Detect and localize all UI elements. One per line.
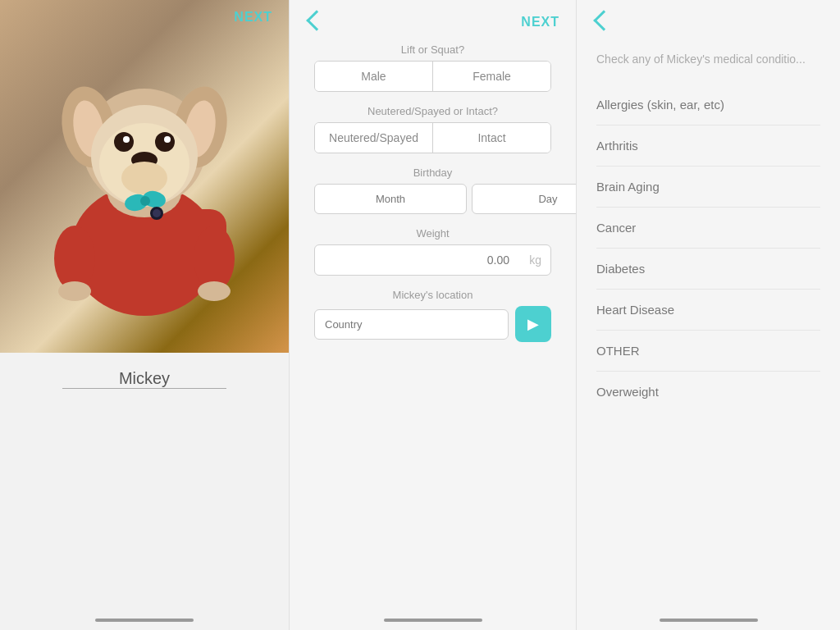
pet-name-input[interactable] <box>62 369 226 389</box>
gender-section: Lift or Squat? Male Female <box>314 43 551 92</box>
neutered-button[interactable]: Neutered/Spayed <box>315 123 433 153</box>
weight-label: Weight <box>314 227 551 240</box>
location-section: Mickey's location ▶ <box>314 289 551 342</box>
svg-point-24 <box>153 209 161 217</box>
chevron-left-icon-2 <box>593 10 614 30</box>
condition-item[interactable]: OTHER <box>596 331 820 372</box>
location-group: ▶ <box>314 306 551 342</box>
male-button[interactable]: Male <box>315 62 433 91</box>
panel2-header: NEXT <box>290 0 576 43</box>
weight-input[interactable] <box>314 244 551 276</box>
svg-point-16 <box>123 136 130 143</box>
panel-medical-conditions: Check any of Mickey's medical conditio..… <box>576 0 840 630</box>
condition-list: Allergies (skin, ear, etc)ArthritisBrain… <box>577 84 840 412</box>
navigation-arrow-icon: ▶ <box>527 315 539 333</box>
pet-name-section <box>0 353 289 389</box>
condition-item[interactable]: Allergies (skin, ear, etc) <box>596 84 820 126</box>
weight-section: Weight kg <box>314 227 551 276</box>
female-button[interactable]: Female <box>433 62 550 91</box>
location-button[interactable]: ▶ <box>515 306 551 342</box>
form-content: Lift or Squat? Male Female Neutered/Spay… <box>290 43 576 342</box>
location-label: Mickey's location <box>314 289 551 301</box>
svg-point-4 <box>58 281 91 301</box>
panel-pet-profile: NEXT <box>0 0 289 630</box>
home-indicator-3 <box>660 619 758 622</box>
chevron-left-icon <box>306 10 326 30</box>
dog-illustration <box>30 21 259 332</box>
panel1-header: NEXT <box>0 0 289 34</box>
gender-toggle-group: Male Female <box>314 61 551 92</box>
condition-item[interactable]: Brain Aging <box>596 167 820 208</box>
month-input[interactable] <box>314 184 467 214</box>
condition-item[interactable]: Arthritis <box>596 126 820 167</box>
home-indicator-2 <box>384 619 482 622</box>
condition-item[interactable]: Heart Disease <box>596 290 820 331</box>
birthday-section: Birthday <box>314 167 551 214</box>
panel1-next-button[interactable]: NEXT <box>234 10 272 25</box>
panel2-next-button[interactable]: NEXT <box>521 15 559 30</box>
panel3-back-button[interactable] <box>593 10 614 34</box>
birthday-label: Birthday <box>314 167 551 179</box>
panel-pet-details: NEXT Lift or Squat? Male Female Neutered… <box>289 0 576 630</box>
neuter-label: Neutered/Spayed or Intact? <box>314 105 551 117</box>
condition-item[interactable]: Overweight <box>596 372 820 412</box>
neuter-section: Neutered/Spayed or Intact? Neutered/Spay… <box>314 105 551 153</box>
weight-wrapper: kg <box>314 244 551 276</box>
svg-point-22 <box>140 196 150 206</box>
panel3-header <box>577 0 840 43</box>
panel2-back-button[interactable] <box>306 10 327 34</box>
medical-conditions-title: Check any of Mickey's medical conditio..… <box>577 43 840 84</box>
gender-label: Lift or Squat? <box>314 43 551 56</box>
intact-button[interactable]: Intact <box>433 123 550 153</box>
svg-point-5 <box>198 281 231 301</box>
neuter-toggle-group: Neutered/Spayed Intact <box>314 122 551 153</box>
condition-item[interactable]: Cancer <box>596 208 820 249</box>
svg-point-19 <box>121 162 167 194</box>
svg-point-14 <box>114 132 134 152</box>
svg-point-15 <box>155 132 175 152</box>
condition-item[interactable]: Diabetes <box>596 249 820 290</box>
home-indicator <box>95 619 194 622</box>
svg-point-17 <box>164 136 171 143</box>
weight-unit: kg <box>529 253 541 267</box>
country-input[interactable] <box>314 309 509 340</box>
pet-image <box>0 0 289 353</box>
birthday-group <box>314 184 551 214</box>
